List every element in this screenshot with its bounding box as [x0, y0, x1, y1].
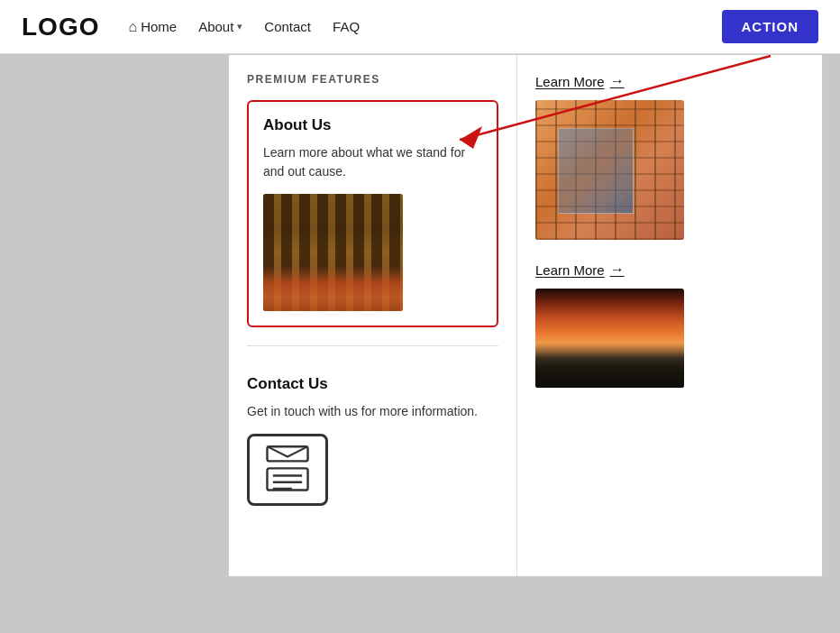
arrow-icon-1: →: [610, 73, 625, 89]
right-section-1: Learn More →: [535, 73, 804, 240]
learn-more-link-1[interactable]: Learn More →: [535, 73, 804, 89]
dropdown-panel: PREMIUM FEATURES About Us Learn more abo…: [228, 54, 823, 577]
svg-rect-1: [267, 468, 307, 490]
nav-home[interactable]: ⌂ Home: [128, 19, 177, 35]
panel-divider: [247, 345, 498, 346]
nav-home-label: Home: [141, 19, 177, 34]
nav-about-label: About: [198, 19, 233, 34]
nav-contact-label: Contact: [264, 19, 311, 34]
dropdown-right-panel: Learn More → Learn More →: [517, 55, 822, 576]
nav-about[interactable]: About ▾: [198, 19, 242, 34]
nav-faq-label: FAQ: [333, 19, 360, 34]
section-title: PREMIUM FEATURES: [247, 73, 498, 86]
right-section-2: Learn More →: [535, 261, 804, 388]
learn-more-link-2[interactable]: Learn More →: [535, 261, 804, 278]
about-us-image: [263, 194, 403, 311]
dropdown-left-panel: PREMIUM FEATURES About Us Learn more abo…: [229, 55, 517, 576]
contact-us-card[interactable]: Contact Us Get in touch with us for more…: [247, 361, 498, 520]
chevron-down-icon: ▾: [237, 21, 242, 32]
nav-links: ⌂ Home About ▾ Contact FAQ ACTION: [128, 10, 818, 43]
building-image: [535, 100, 684, 240]
about-us-card[interactable]: About Us Learn more about what we stand …: [247, 100, 498, 327]
contact-icon: [247, 434, 328, 506]
contact-us-title: Contact Us: [247, 375, 498, 393]
learn-more-label-2: Learn More: [535, 262, 605, 278]
action-button[interactable]: ACTION: [722, 10, 819, 43]
logo: LOGO: [22, 13, 99, 41]
contact-form-icon: [259, 444, 316, 496]
home-icon: ⌂: [128, 19, 137, 35]
contact-us-desc: Get in touch with us for more informatio…: [247, 402, 498, 421]
learn-more-label-1: Learn More: [535, 74, 605, 89]
about-us-title: About Us: [263, 116, 482, 134]
nav-faq[interactable]: FAQ: [333, 19, 360, 34]
about-us-desc: Learn more about what we stand for and o…: [263, 143, 482, 181]
sunset-image: [535, 289, 684, 388]
navbar: LOGO ⌂ Home About ▾ Contact FAQ ACTION: [0, 0, 840, 54]
nav-contact[interactable]: Contact: [264, 19, 311, 34]
arrow-icon-2: →: [610, 261, 625, 278]
